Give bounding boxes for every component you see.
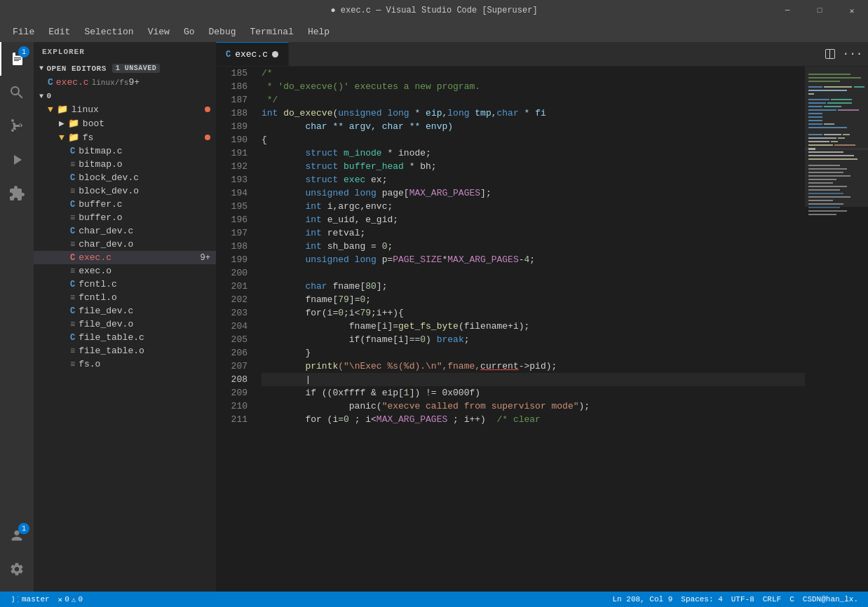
svg-rect-1	[808, 74, 850, 75]
file-label: char_dev.o	[79, 239, 133, 250]
svg-rect-28	[808, 141, 829, 142]
svg-rect-41	[808, 179, 836, 180]
menu-debug[interactable]: Debug	[201, 24, 243, 40]
file-label: bitmap.o	[79, 159, 122, 170]
svg-rect-26	[808, 137, 836, 139]
status-language[interactable]: C	[785, 595, 799, 603]
svg-rect-30	[808, 144, 833, 146]
menu-file[interactable]: File	[6, 24, 41, 40]
more-actions-button[interactable]: ···	[843, 44, 862, 64]
tree-file-bitmap-c[interactable]: C bitmap.c	[34, 144, 216, 158]
code-line-207: printk("\nExec %s(%d).\n",fname,current-…	[262, 360, 805, 373]
sidebar: EXPLORER ▼ OPEN EDITORS 1 UNSAVED C exec…	[34, 42, 216, 592]
tree-folder-boot[interactable]: ▶ 📁 boot	[34, 116, 216, 130]
menu-terminal[interactable]: Terminal	[243, 24, 301, 40]
close-button[interactable]: ✕	[836, 0, 868, 21]
tree-folder-linux[interactable]: ▼ 📁 linux	[34, 102, 216, 116]
svg-rect-33	[808, 148, 815, 150]
svg-rect-45	[808, 193, 843, 194]
search-icon[interactable]	[0, 76, 34, 109]
tab-exec-c[interactable]: C exec.c	[216, 42, 289, 66]
line-num-208: 208	[216, 373, 247, 386]
svg-rect-19	[808, 120, 822, 121]
open-editor-path: linux/fs	[92, 79, 129, 87]
tree-file-fcntl-c[interactable]: C fcntl.c	[34, 278, 216, 291]
file-label: buffer.c	[79, 199, 122, 210]
code-line-204: fname[i]=get_fs_byte(filename+i);	[262, 320, 805, 333]
open-editors-header[interactable]: ▼ OPEN EDITORS 1 UNSAVED	[34, 62, 216, 75]
status-branch[interactable]: master	[6, 592, 54, 607]
extensions-icon[interactable]	[0, 177, 34, 210]
code-line-197: int retval;	[262, 226, 805, 240]
folder-0-label: 0	[47, 92, 52, 100]
settings-icon[interactable]	[0, 552, 34, 586]
boot-folder-label: boot	[83, 118, 104, 129]
tree-file-fs-o[interactable]: ≡ fs.o	[34, 357, 216, 371]
tree-file-file-table-c[interactable]: C file_table.c	[34, 331, 216, 344]
line-num-197: 197	[216, 226, 247, 240]
status-indent[interactable]: Spaces: 4	[677, 595, 726, 603]
o-icon: ≡	[70, 360, 75, 369]
status-cursor-pos[interactable]: Ln 208, Col 9	[609, 595, 677, 603]
tree-file-exec-o[interactable]: ≡ exec.o	[34, 264, 216, 278]
tree-file-fcntl-o[interactable]: ≡ fcntl.o	[34, 291, 216, 304]
tree-folder-fs[interactable]: ▼ 📁 fs	[34, 130, 216, 144]
fs-arrow: ▼	[59, 132, 65, 143]
explorer-icon[interactable]: 1	[0, 42, 34, 76]
svg-rect-35	[808, 155, 854, 156]
c-icon: C	[70, 200, 75, 210]
source-control-icon[interactable]	[0, 109, 34, 143]
tree-file-file-dev-c[interactable]: C file_dev.c	[34, 304, 216, 318]
tree-file-file-table-o[interactable]: ≡ file_table.o	[34, 344, 216, 357]
tree-file-bitmap-o[interactable]: ≡ bitmap.o	[34, 158, 216, 171]
menu-edit[interactable]: Edit	[41, 24, 77, 40]
tree-file-buffer-o[interactable]: ≡ buffer.o	[34, 211, 216, 224]
open-editor-exec-c[interactable]: C exec.c linux/fs 9+	[34, 75, 216, 90]
code-line-188: int do_execve(unsigned long * eip,long t…	[262, 107, 805, 120]
tree-file-char-dev-c[interactable]: C char_dev.c	[34, 224, 216, 238]
menu-help[interactable]: Help	[301, 24, 337, 40]
line-num-185: 185	[216, 67, 247, 80]
svg-rect-29	[831, 141, 838, 142]
menu-view[interactable]: View	[141, 24, 177, 40]
svg-rect-23	[808, 134, 822, 135]
status-eol[interactable]: CRLF	[759, 595, 785, 603]
tree-file-buffer-c[interactable]: C buffer.c	[34, 198, 216, 211]
maximize-button[interactable]: □	[803, 0, 836, 21]
status-watermark[interactable]: CSDN@han_lx.	[799, 595, 862, 603]
status-errors[interactable]: ✕ 0 ⚠ 0	[54, 592, 87, 607]
menu-selection[interactable]: Selection	[77, 24, 140, 40]
tree-file-block-dev-c[interactable]: C block_dev.c	[34, 171, 216, 184]
svg-rect-24	[824, 134, 841, 135]
encoding-text: UTF-8	[731, 595, 754, 603]
tree-file-char-dev-o[interactable]: ≡ char_dev.o	[34, 238, 216, 251]
code-line-210: panic("execve called from supervisor mod…	[262, 400, 805, 413]
status-warning-count: 0	[78, 595, 83, 603]
menu-go[interactable]: Go	[177, 24, 202, 40]
code-line-199: unsigned long p=PAGE_SIZE*MAX_ARG_PAGES-…	[262, 253, 805, 266]
folder-arrow: ▼	[48, 104, 53, 115]
minimize-button[interactable]: ─	[771, 0, 803, 21]
status-encoding[interactable]: UTF-8	[727, 595, 759, 603]
file-label: fcntl.c	[79, 279, 117, 289]
code-line-195: int i,argc,envc;	[262, 200, 805, 213]
tabbar: C exec.c ···	[216, 42, 868, 67]
c-icon-active: C	[70, 253, 75, 263]
run-icon[interactable]	[0, 143, 34, 177]
fs-modified-dot	[205, 135, 210, 140]
line-num-210: 210	[216, 400, 247, 413]
tree-file-file-dev-o[interactable]: ≡ file_dev.o	[34, 318, 216, 331]
line-num-188: 188	[216, 107, 247, 120]
svg-rect-9	[808, 99, 829, 100]
o-icon: ≡	[70, 160, 75, 170]
tree-file-exec-c[interactable]: C exec.c 9+	[34, 251, 216, 264]
code-editor[interactable]: /* * 'do_execve()' executes a new progra…	[255, 67, 805, 592]
svg-rect-13	[808, 106, 822, 107]
split-editor-button[interactable]	[820, 44, 840, 64]
svg-rect-4	[808, 86, 822, 88]
svg-rect-50	[808, 210, 847, 212]
tree-file-block-dev-o[interactable]: ≡ block_dev.o	[34, 184, 216, 198]
folder-0-header[interactable]: ▼ 0	[34, 90, 216, 102]
line-num-190: 190	[216, 133, 247, 146]
account-icon[interactable]: 1	[0, 519, 34, 552]
